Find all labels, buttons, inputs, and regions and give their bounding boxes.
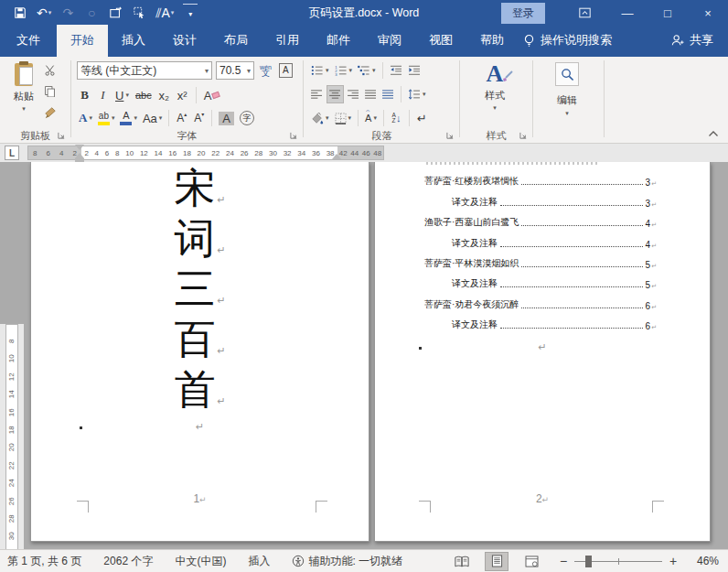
web-layout-button[interactable] [519, 552, 543, 571]
toc-page-number[interactable]: 3 [646, 199, 651, 209]
maximize-button[interactable]: □ [648, 0, 688, 26]
toc-entry[interactable]: 译文及注释 4 [375, 229, 710, 249]
underline-button[interactable]: U▾ [113, 86, 131, 104]
formatting-icon[interactable]: ⫽A▾ [155, 4, 174, 22]
toc-entry-title[interactable]: 译文及注释 [452, 318, 498, 331]
close-button[interactable]: × [688, 0, 728, 26]
ribbon-tab[interactable]: 邮件 [313, 25, 364, 57]
toc-page-number[interactable]: 5 [646, 260, 651, 270]
clipboard-dialog-launcher[interactable] [58, 132, 67, 141]
page-2[interactable]: 菩萨蛮·红楼别夜堪惆怅 3 译文及注释 3 渔歌子·西塞山前白鹭飞 4 译文及注… [374, 162, 711, 542]
decrease-indent-button[interactable] [388, 61, 404, 80]
styles-dialog-launcher[interactable] [519, 132, 529, 141]
increase-indent-button[interactable] [406, 61, 423, 80]
ribbon-tab[interactable]: 布局 [210, 25, 262, 57]
document-settings-icon[interactable] [108, 4, 123, 22]
login-button[interactable]: 登录 [501, 3, 545, 24]
justify-button[interactable] [363, 85, 379, 103]
superscript-button[interactable]: x² [175, 86, 190, 104]
indent-markers[interactable] [75, 144, 84, 162]
ribbon-tab[interactable]: 设计 [159, 25, 210, 57]
toc-entry[interactable]: 译文及注释 3 [375, 188, 710, 208]
customize-quick-access-icon[interactable]: ▾ [183, 4, 198, 22]
zoom-slider-track[interactable] [574, 555, 662, 567]
toc-entry-title[interactable]: 菩萨蛮·劝君今夜须沉醉 [424, 298, 519, 311]
font-dialog-launcher[interactable] [290, 132, 299, 141]
phonetic-guide-button[interactable]: wén 文 [258, 61, 273, 80]
align-left-button[interactable] [309, 85, 325, 103]
grow-font-button[interactable]: A▴ [174, 109, 189, 127]
multilevel-list-button[interactable]: ▾ [356, 61, 378, 80]
paste-button[interactable]: 粘贴 ▾ [6, 61, 41, 127]
zoom-out-button[interactable]: − [556, 554, 571, 568]
zoom-percentage[interactable]: 46% [688, 555, 719, 567]
align-right-button[interactable] [346, 85, 361, 103]
toc-entry[interactable]: 译文及注释 6 [375, 311, 710, 331]
first-line-indent-marker[interactable] [75, 145, 84, 150]
bold-button[interactable]: B [77, 86, 92, 104]
distribute-text-button[interactable] [380, 85, 396, 103]
ribbon-tab[interactable]: 审阅 [364, 25, 415, 57]
ribbon-tab[interactable]: 视图 [415, 25, 466, 57]
share-button[interactable]: 共享 [669, 25, 715, 57]
select-objects-icon[interactable] [132, 4, 146, 22]
line-spacing-button[interactable]: ▾ [406, 85, 428, 103]
print-layout-button[interactable] [485, 552, 509, 571]
text-highlight-button[interactable]: ab▾ [96, 109, 117, 127]
font-size-combobox[interactable]: 70.5▾ [216, 61, 254, 80]
tell-me-box[interactable]: 操作说明搜索 [518, 25, 621, 57]
toc-entry[interactable]: 菩萨蛮·平林漠漠烟如织 5 [375, 250, 710, 270]
toc-entry-title[interactable]: 译文及注释 [452, 237, 498, 250]
tab-file[interactable]: 文件 [0, 25, 57, 57]
toc-entry[interactable]: 译文及注释 5 [375, 270, 710, 290]
toc-entry-title[interactable]: 渔歌子·西塞山前白鹭飞 [424, 216, 519, 229]
undo-icon[interactable]: ↶▾ [37, 4, 51, 22]
text-effects-button[interactable]: A▾ [77, 109, 94, 127]
toc-page-number[interactable]: 3 [646, 178, 651, 188]
font-color-button[interactable]: A▾ [118, 109, 139, 127]
save-icon[interactable] [13, 4, 27, 22]
toc-entry-title[interactable]: 译文及注释 [452, 196, 498, 209]
toc-entry[interactable]: 菩萨蛮·红楼别夜堪惆怅 3 [375, 167, 710, 188]
editing-button[interactable]: 编辑 ▾ [546, 62, 588, 134]
ribbon-tab[interactable]: 帮助 [466, 25, 518, 57]
zoom-slider-handle[interactable] [585, 556, 592, 567]
borders-button[interactable]: ▾ [333, 109, 354, 127]
title-char-row[interactable]: 宋 [31, 162, 369, 212]
paste-dropdown-arrow[interactable]: ▾ [22, 105, 26, 113]
subscript-button[interactable]: x₂ [156, 86, 172, 104]
bullets-button[interactable]: ▾ [309, 61, 331, 80]
language-indicator[interactable]: 中文(中国) [175, 554, 226, 569]
right-indent-marker[interactable] [332, 154, 341, 159]
zoom-in-button[interactable]: + [666, 554, 680, 568]
toc-entry-title[interactable]: 菩萨蛮·红楼别夜堪惆怅 [424, 175, 519, 188]
asian-layout-button[interactable]: A⌢▾ [363, 109, 379, 127]
document-workspace[interactable]: 8101214161820222426283032343638404244 46… [0, 162, 728, 549]
toc-page-number[interactable]: 4 [646, 240, 651, 250]
toc-entry-title[interactable]: 菩萨蛮·平林漠漠烟如织 [424, 257, 519, 270]
change-case-button[interactable]: Aa▾ [141, 109, 164, 127]
toc-entry[interactable]: 渔歌子·西塞山前白鹭飞 4 [375, 209, 710, 229]
paragraph-dialog-launcher[interactable] [446, 132, 455, 141]
ribbon-tab[interactable]: 开始 [57, 25, 108, 57]
character-border-button[interactable]: A [277, 61, 294, 80]
word-count[interactable]: 2062 个字 [103, 554, 153, 569]
toc-page-number[interactable]: 6 [646, 321, 651, 331]
insert-mode-indicator[interactable]: 插入 [248, 554, 270, 569]
title-char-row[interactable]: 三 [31, 263, 369, 313]
enclose-characters-button[interactable]: 字 [238, 109, 256, 127]
shading-button[interactable]: ▾ [309, 109, 331, 127]
font-name-combobox[interactable]: 等线 (中文正文)▾ [77, 61, 212, 80]
toc-entry-title[interactable]: 译文及注释 [452, 277, 498, 290]
ribbon-display-options-icon[interactable] [569, 0, 600, 26]
title-char-row[interactable]: 词 [31, 212, 369, 263]
toc-entry[interactable]: 菩萨蛮·劝君今夜须沉醉 6 [375, 290, 710, 310]
toc-page-number[interactable]: 4 [646, 219, 651, 229]
shrink-font-button[interactable]: A▾ [191, 109, 207, 127]
title-char-row[interactable]: 百 [31, 313, 369, 363]
toc-page-number[interactable]: 6 [646, 301, 651, 311]
minimize-button[interactable]: — [607, 0, 648, 26]
tab-selector[interactable]: L [5, 146, 19, 160]
toc-page-number[interactable]: 5 [646, 280, 651, 290]
sort-button[interactable]: AZ↓ [389, 109, 404, 127]
